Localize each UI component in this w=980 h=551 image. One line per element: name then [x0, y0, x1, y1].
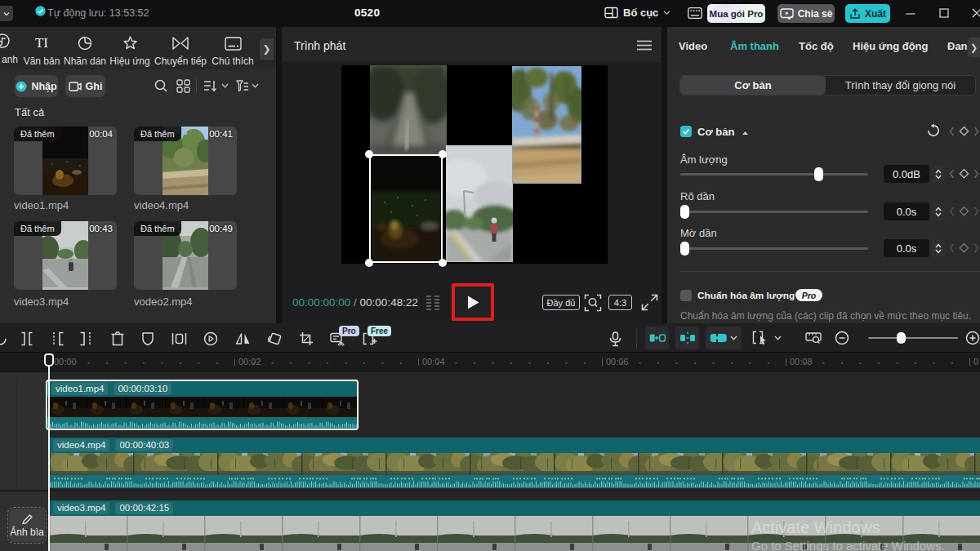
svg-text:00:08: 00:08: [790, 357, 813, 367]
svg-text:0: 0: [973, 357, 978, 367]
svg-text:00:06: 00:06: [606, 357, 629, 367]
svg-text:00:02: 00:02: [238, 357, 261, 367]
svg-text:00:00: 00:00: [54, 357, 77, 367]
svg-text:00:04: 00:04: [422, 357, 445, 367]
